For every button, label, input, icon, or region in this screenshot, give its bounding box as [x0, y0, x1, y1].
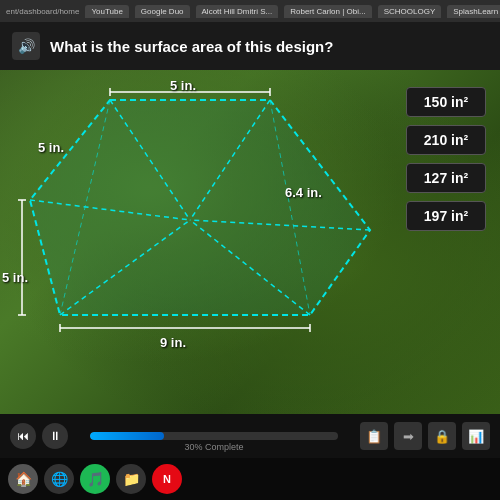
label-top: 5 in. [170, 78, 196, 93]
taskbar-bottom: 🏠 🌐 🎵 📁 N [0, 458, 500, 500]
pause-button[interactable]: ⏸ [42, 423, 68, 449]
label-left-top: 5 in. [38, 140, 64, 155]
browser-tab[interactable]: Robert Carlon | Obi... [284, 5, 371, 18]
label-bottom: 9 in. [160, 335, 186, 350]
browser-bar: ent/dashboard/home YouTube Google Duo Al… [0, 0, 500, 22]
home-icon[interactable]: 🏠 [8, 464, 38, 494]
spotify-icon[interactable]: 🎵 [80, 464, 110, 494]
answer-button-1[interactable]: 150 in² [406, 87, 486, 117]
answer-button-4[interactable]: 197 in² [406, 201, 486, 231]
progress-bar-fill [90, 432, 164, 440]
browser-tab[interactable]: YouTube [85, 5, 128, 18]
browser-tab[interactable]: Google Duo [135, 5, 190, 18]
progress-text: 30% Complete [184, 442, 243, 452]
back-button[interactable]: ⏮ [10, 423, 36, 449]
browser-tab[interactable]: Alcott Hill Dmitri S... [196, 5, 279, 18]
clipboard-icon[interactable]: 📋 [360, 422, 388, 450]
files-icon[interactable]: 📁 [116, 464, 146, 494]
taskbar-top: ⏮ ⏸ 30% Complete 📋 ➡ 🔒 📊 [0, 414, 500, 458]
media-controls: ⏮ ⏸ [10, 423, 68, 449]
chart-icon[interactable]: 📊 [462, 422, 490, 450]
question-bar: 🔊 What is the surface area of this desig… [0, 22, 500, 70]
browser-url: ent/dashboard/home [6, 7, 79, 16]
netflix-icon[interactable]: N [152, 464, 182, 494]
answer-button-3[interactable]: 127 in² [406, 163, 486, 193]
answer-choices: 150 in² 210 in² 127 in² 197 in² [406, 87, 486, 231]
progress-bar-container [90, 432, 338, 440]
svg-marker-0 [30, 100, 370, 315]
answer-button-2[interactable]: 210 in² [406, 125, 486, 155]
lock-icon[interactable]: 🔒 [428, 422, 456, 450]
speaker-icon[interactable]: 🔊 [12, 32, 40, 60]
taskbar: ⏮ ⏸ 30% Complete 📋 ➡ 🔒 📊 🏠 🌐 🎵 📁 N [0, 414, 500, 500]
question-text: What is the surface area of this design? [50, 38, 333, 55]
arrow-icon[interactable]: ➡ [394, 422, 422, 450]
chrome-icon[interactable]: 🌐 [44, 464, 74, 494]
label-left-bottom: 5 in. [2, 270, 28, 285]
taskbar-icons: 📋 ➡ 🔒 📊 [360, 422, 490, 450]
browser-tab[interactable]: SCHOOLOGY [378, 5, 442, 18]
label-right-slant: 6.4 in. [285, 185, 322, 200]
main-content: 🔊 What is the surface area of this desig… [0, 22, 500, 436]
browser-tab[interactable]: SplashLearn Sig [447, 5, 500, 18]
